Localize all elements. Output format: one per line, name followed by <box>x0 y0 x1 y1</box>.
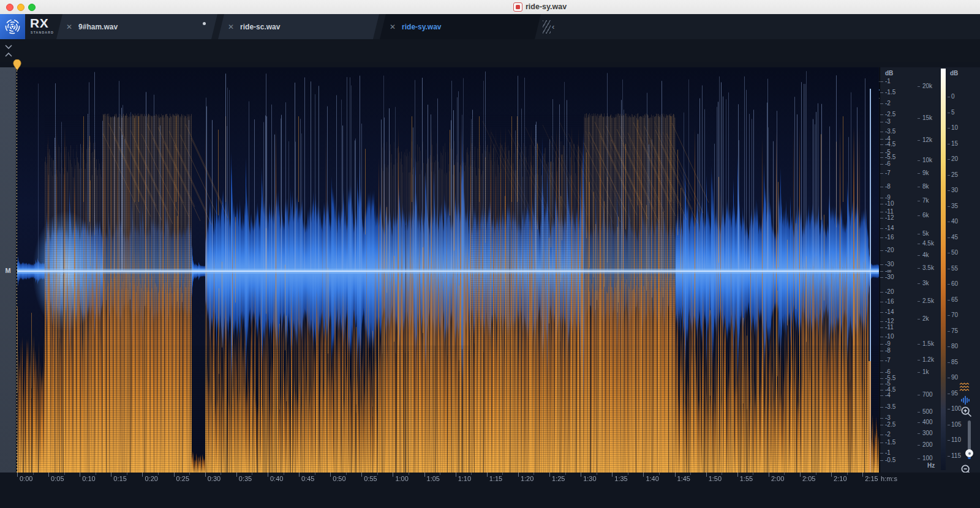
ruler-tick <box>948 237 950 238</box>
ruler-tick <box>880 212 883 212</box>
spectrogram-legend-colorbar[interactable] <box>941 69 946 470</box>
legend-tick-label: 70 <box>951 312 958 318</box>
amp-tick-label: -0.5 <box>885 457 895 463</box>
ruler-tick <box>880 395 883 396</box>
time-label: 0:15 <box>113 475 126 482</box>
playhead-marker[interactable] <box>13 59 21 70</box>
spectrogram-canvas[interactable] <box>17 67 879 473</box>
ruler-tick <box>918 422 920 423</box>
playhead-line <box>17 67 17 473</box>
time-major-tick <box>17 473 18 477</box>
time-label: 0:45 <box>301 475 314 482</box>
legend-tick-label: 60 <box>951 280 958 287</box>
tab-ride-sc.wav[interactable]: ✕ride-sc.wav <box>218 14 379 39</box>
freq-tick-label: 7k <box>922 197 929 204</box>
ruler-tick <box>880 198 883 198</box>
ruler-tick <box>918 140 920 141</box>
time-minor-tick <box>189 473 190 475</box>
time-axis[interactable]: 0:000:050:100:150:200:250:300:350:400:45… <box>0 473 980 486</box>
legend-unit: dB <box>950 70 958 77</box>
vertical-zoom-slider-thumb[interactable] <box>965 449 973 457</box>
time-minor-tick <box>346 473 347 475</box>
tab-9#ham.wav[interactable]: ✕9#ham.wav <box>56 14 217 39</box>
time-major-tick <box>268 473 268 477</box>
legend-tick-label: 20 <box>951 155 958 162</box>
expand-overview-icon[interactable] <box>4 51 13 58</box>
ruler-tick <box>948 144 950 144</box>
legend-tick-label: 40 <box>951 218 958 225</box>
ruler-tick <box>948 300 950 301</box>
tab-ride-sy.wav[interactable]: ✕ride-sy.wav <box>380 14 541 39</box>
time-minor-tick <box>628 473 628 475</box>
amp-tick-label: -8 <box>885 183 891 190</box>
waveform-mode-icon[interactable] <box>960 395 971 405</box>
legend-tick-label: 15 <box>951 140 958 147</box>
legend-tick-label: 110 <box>951 436 961 443</box>
time-major-tick <box>174 473 175 477</box>
time-major-tick <box>299 473 300 477</box>
tab-close-icon[interactable]: ✕ <box>228 23 234 31</box>
ruler-tick <box>918 160 920 161</box>
ruler-tick <box>880 122 883 122</box>
time-minor-tick <box>64 473 65 475</box>
tab-label: ride-sc.wav <box>240 23 280 31</box>
time-minor-tick <box>690 473 691 475</box>
ruler-tick <box>880 435 883 435</box>
time-major-tick <box>612 473 612 477</box>
ruler-tick <box>880 460 883 461</box>
minimize-window-button[interactable] <box>17 4 24 11</box>
close-window-button[interactable] <box>6 4 13 11</box>
tab-close-icon[interactable]: ✕ <box>66 23 72 31</box>
time-minor-tick <box>847 473 848 475</box>
freq-tick-label: 15k <box>922 114 932 121</box>
ruler-tick <box>880 344 883 345</box>
ruler-tick <box>918 187 920 187</box>
titlebar[interactable]: ride-sy.wav <box>0 0 980 15</box>
amp-tick-label: -1 <box>885 78 891 84</box>
time-minor-tick <box>597 473 597 475</box>
vertical-zoom-in-icon[interactable] <box>960 406 973 418</box>
ruler-tick <box>880 144 883 145</box>
spectrogram-mode-icon[interactable] <box>959 383 971 392</box>
collapse-overview-icon[interactable] <box>4 44 13 50</box>
ruler-tick <box>948 409 950 409</box>
tab-scroll-left-icon[interactable]: ‹ <box>552 22 554 31</box>
ruler-tick <box>918 244 920 244</box>
time-label: 0:50 <box>333 475 345 482</box>
tab-label: ride-sy.wav <box>402 23 441 31</box>
ruler-tick <box>880 407 883 408</box>
time-label: 1:55 <box>740 475 753 482</box>
freq-tick-label: 9k <box>922 170 929 176</box>
ruler-tick <box>880 351 883 351</box>
time-minor-tick <box>753 473 753 475</box>
ruler-tick <box>918 86 920 87</box>
rx-logo-icon <box>0 14 25 39</box>
ruler-tick <box>948 425 950 425</box>
amp-tick-label: -30 <box>885 261 894 267</box>
zoom-window-button[interactable] <box>28 4 36 11</box>
channel-strip[interactable] <box>0 67 16 481</box>
time-major-tick <box>48 473 49 477</box>
time-major-tick <box>142 473 143 477</box>
time-label: 0:30 <box>208 475 221 482</box>
ruler-tick <box>948 97 950 97</box>
ruler-tick <box>918 344 920 345</box>
amp-tick-label: -14 <box>885 225 894 231</box>
time-label: 1:40 <box>646 475 658 482</box>
time-label: 0:40 <box>270 475 283 482</box>
tab-close-icon[interactable]: ✕ <box>390 23 396 31</box>
freq-tick-label: 1.2k <box>922 356 934 363</box>
time-unit-label: h:m:s <box>881 475 897 482</box>
ruler-tick <box>918 319 920 319</box>
tab-overflow-icon[interactable] <box>543 20 551 34</box>
time-major-tick <box>393 473 393 477</box>
time-minor-tick <box>440 473 440 475</box>
ruler-tick <box>880 103 883 104</box>
legend-tick-label: 35 <box>951 203 958 209</box>
ruler-tick <box>880 187 883 187</box>
legend-tick-label: 85 <box>951 359 958 365</box>
time-major-tick <box>487 473 488 477</box>
ruler-tick <box>948 331 950 332</box>
ruler-tick <box>880 312 883 313</box>
time-minor-tick <box>252 473 252 475</box>
